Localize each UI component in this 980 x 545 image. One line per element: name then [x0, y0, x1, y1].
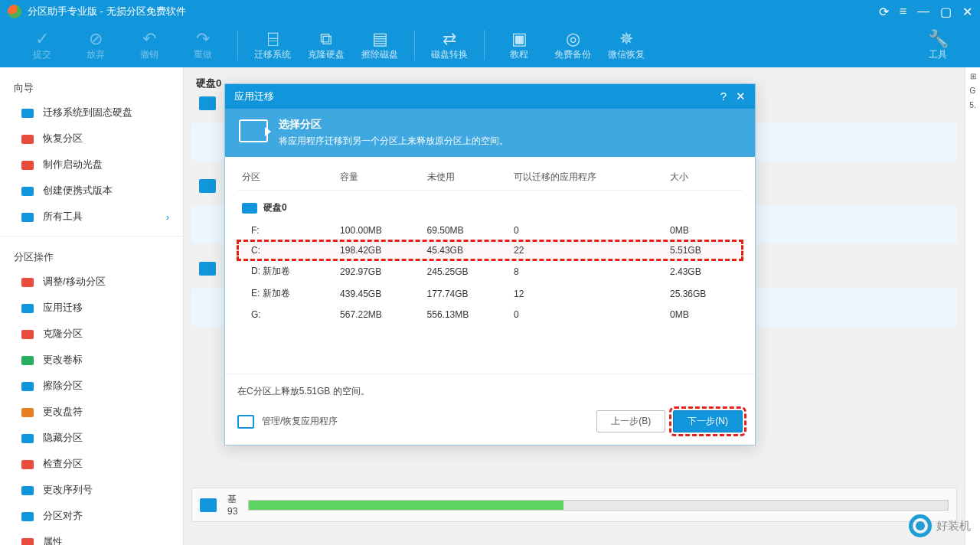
book-icon: ▣: [511, 30, 528, 48]
tools-button[interactable]: 🔧工具: [911, 30, 965, 61]
help-icon[interactable]: ?: [720, 90, 727, 103]
summary-bar: 基93: [191, 488, 957, 522]
disk-group-row: 硬盘0: [237, 191, 743, 221]
sidebar-item-op-10[interactable]: 属性: [0, 529, 183, 545]
sidebar-item-wizard-1[interactable]: 恢复分区: [0, 126, 183, 152]
cell-size: 25.36GB: [665, 282, 743, 305]
close-icon[interactable]: ✕: [962, 5, 972, 19]
sidebar-item-wizard-3[interactable]: 创建便携式版本: [0, 178, 183, 204]
drive-pct: 5.: [967, 101, 978, 109]
sidebar-item-op-5[interactable]: 更改盘符: [0, 399, 183, 425]
menu-icon[interactable]: ≡: [900, 5, 906, 19]
cell-size: 5.51GB: [665, 240, 743, 260]
cell-apps: 12: [509, 282, 665, 305]
table-row[interactable]: D: 新加卷 292.97GB 245.25GB 8 2.43GB: [237, 260, 743, 282]
dialog-titlebar: 应用迁移 ? ✕: [225, 84, 755, 109]
cell-apps: 22: [509, 240, 665, 260]
clone-disk-button[interactable]: ⧉克隆硬盘: [299, 30, 353, 61]
chevron-right-icon: ›: [166, 211, 169, 223]
sidebar-item-op-9[interactable]: 分区对齐: [0, 503, 183, 529]
prev-button[interactable]: 上一步(B): [596, 410, 665, 432]
sidebar-item-wizard-0[interactable]: 迁移系统到固态硬盘: [0, 100, 183, 126]
backup-icon: ◎: [566, 30, 580, 48]
summary-basic: 基93: [227, 493, 237, 517]
banner-title: 选择分区: [279, 118, 508, 132]
redo-button[interactable]: ↷重做: [176, 30, 230, 61]
sidebar-item-wizard-4[interactable]: 所有工具 ›: [0, 204, 183, 230]
sidebar-item-op-0[interactable]: 调整/移动分区: [0, 269, 183, 295]
backup-button[interactable]: ◎免费备份: [546, 30, 599, 61]
sidebar-icon: [21, 432, 35, 443]
sidebar-item-label: 分区对齐: [43, 509, 83, 523]
svg-rect-7: [21, 330, 34, 339]
sidebar-item-op-8[interactable]: 更改序列号: [0, 477, 183, 503]
sidebar-item-label: 更改盘符: [43, 405, 83, 419]
minimize-icon[interactable]: —: [917, 5, 929, 19]
refresh-icon[interactable]: ⟳: [879, 5, 889, 19]
cell-unused: 245.25GB: [423, 260, 509, 282]
cell-unused: 556.13MB: [423, 305, 509, 325]
sidebar-icon: [21, 459, 35, 469]
undo-icon: ↶: [142, 30, 156, 48]
disk-convert-button[interactable]: ⇄磁盘转换: [423, 30, 476, 61]
cancel-icon: ⊘: [89, 30, 103, 48]
sidebar-item-op-2[interactable]: 克隆分区: [0, 321, 183, 347]
table-row[interactable]: E: 新加卷 439.45GB 177.74GB 12 25.36GB: [237, 282, 743, 305]
window-controls: ⟳ ≡ — ▢ ✕: [879, 5, 972, 19]
maximize-icon[interactable]: ▢: [940, 5, 952, 19]
undo-button[interactable]: ↶撤销: [122, 30, 176, 61]
sidebar-item-label: 创建便携式版本: [43, 184, 113, 197]
table-row[interactable]: G: 567.22MB 556.13MB 0 0MB: [237, 305, 743, 325]
cell-partition: F:: [237, 220, 335, 240]
sidebar-item-label: 克隆分区: [43, 327, 83, 341]
separator: [484, 30, 485, 60]
separator: [237, 30, 238, 60]
close-icon[interactable]: ✕: [736, 90, 746, 103]
usage-bar: [248, 500, 949, 511]
sidebar-item-op-3[interactable]: 更改卷标: [0, 347, 183, 373]
tutorial-button[interactable]: ▣教程: [492, 30, 546, 61]
sidebar-icon: [21, 276, 35, 287]
svg-rect-11: [21, 434, 34, 443]
sidebar-item-label: 更改序列号: [43, 483, 93, 497]
titlebar: 分区助手专业版 - 无损分区免费软件 ⟳ ≡ — ▢ ✕: [0, 0, 980, 23]
sidebar-item-label: 迁移系统到固态硬盘: [43, 106, 132, 119]
sidebar-item-label: 调整/移动分区: [43, 275, 106, 289]
check-icon: ✓: [35, 30, 49, 48]
table-row[interactable]: C: 198.42GB 45.43GB 22 5.51GB: [237, 240, 743, 260]
cell-partition: C:: [237, 240, 335, 260]
next-button[interactable]: 下一步(N): [673, 410, 743, 432]
sidebar-item-wizard-2[interactable]: 制作启动光盘: [0, 152, 183, 178]
redo-icon: ↷: [196, 30, 210, 48]
migrate-os-button[interactable]: ⌸迁移系统: [246, 30, 299, 61]
wechat-recover-button[interactable]: ✵微信恢复: [599, 30, 653, 61]
grid-icon[interactable]: ⊞: [967, 72, 978, 80]
sidebar-item-op-4[interactable]: 擦除分区: [0, 373, 183, 399]
cell-apps: 8: [509, 260, 665, 282]
sidebar-icon: [21, 328, 35, 339]
partition-table: 分区 容量 未使用 可以迁移的应用程序 大小 硬盘0 F: 100.00MB 6…: [237, 165, 743, 325]
app-title: 分区助手专业版 - 无损分区免费软件: [28, 5, 186, 18]
manage-apps-link[interactable]: 管理/恢复应用程序: [237, 415, 338, 429]
sidebar-icon: [21, 406, 35, 417]
discard-button[interactable]: ⊘放弃: [69, 30, 122, 61]
svg-rect-2: [21, 161, 34, 170]
sidebar-item-op-1[interactable]: 应用迁移: [0, 295, 183, 321]
svg-rect-15: [21, 538, 34, 545]
col-partition: 分区: [237, 165, 335, 191]
wipe-disk-button[interactable]: ▤擦除磁盘: [353, 30, 407, 61]
release-text: 在C分区上释放5.51GB 的空间。: [225, 374, 755, 403]
hdd-icon: [242, 203, 257, 214]
table-row[interactable]: F: 100.00MB 69.50MB 0 0MB: [237, 220, 743, 240]
svg-rect-10: [21, 408, 34, 417]
sidebar-icon: [21, 107, 35, 118]
sidebar-item-op-6[interactable]: 隐藏分区: [0, 425, 183, 451]
watermark: 好装机: [909, 514, 971, 537]
sidebar-icon: [21, 211, 35, 222]
cell-partition: E: 新加卷: [237, 282, 335, 305]
commit-button[interactable]: ✓提交: [15, 30, 69, 61]
sidebar-item-op-7[interactable]: 检查分区: [0, 451, 183, 477]
wrench-icon: 🔧: [928, 30, 949, 48]
sidebar-icon: [21, 511, 35, 521]
wizard-header: 向导: [0, 73, 183, 100]
